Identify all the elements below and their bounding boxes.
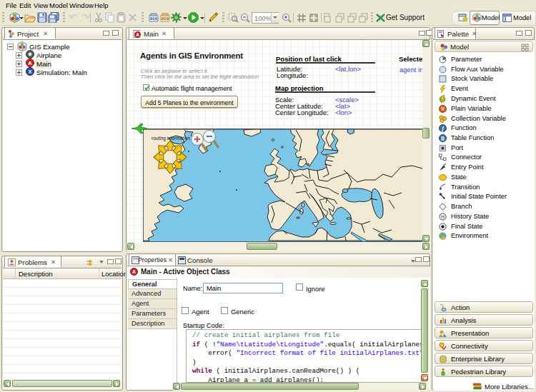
svg-text:010: 010	[162, 16, 169, 21]
svg-text:A: A	[136, 32, 139, 37]
svg-text:routing information: routing information	[152, 136, 190, 141]
svg-text:A: A	[132, 269, 136, 274]
svg-text:X: X	[28, 69, 31, 75]
svg-text:010: 010	[150, 16, 157, 21]
svg-text:V: V	[441, 106, 445, 111]
svg-text:H: H	[441, 214, 445, 219]
svg-text:A: A	[28, 60, 32, 66]
